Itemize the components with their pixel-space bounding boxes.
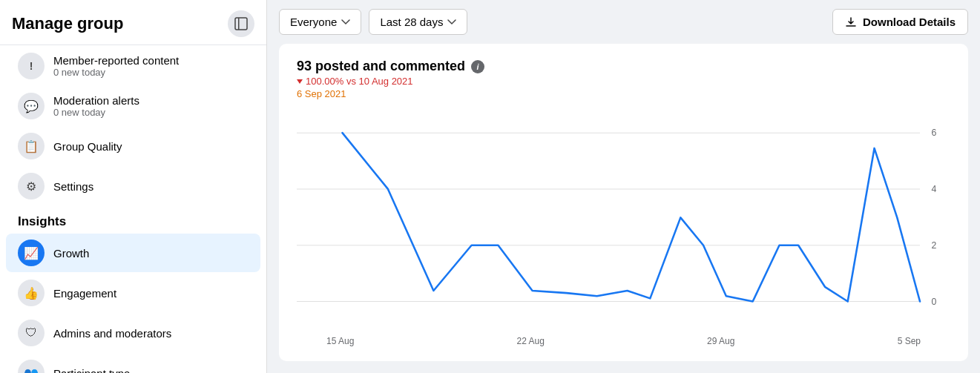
sidebar-item-growth[interactable]: 📈 Growth [6,234,260,272]
sidebar-label-engagement: Engagement [53,287,116,300]
admins-moderators-icon: 🛡 [18,320,45,346]
participant-type-icon: 👥 [18,360,45,373]
sidebar-item-engagement[interactable]: 👍 Engagement [6,274,260,312]
svg-rect-0 [235,18,247,30]
group-quality-icon: 📋 [18,133,45,159]
chart-area: 6 4 2 0 [297,110,950,333]
sidebar-item-admins-moderators[interactable]: 🛡 Admins and moderators [6,314,260,352]
sidebar-toggle-button[interactable] [228,10,254,37]
sidebar-label-settings: Settings [53,180,93,193]
main-content: Everyone Last 28 days Download Details 9… [267,0,980,373]
member-reported-icon: ! [18,53,45,79]
sidebar-label-moderation-alerts: Moderation alerts [53,94,139,107]
engagement-icon: 👍 [18,280,45,306]
sidebar-sublabel-moderation-alerts: 0 new today [53,107,139,118]
chart-date: 6 Sep 2021 [297,88,950,99]
chart-comparison: 100.00% vs 10 Aug 2021 [297,76,950,87]
sidebar-title: Manage group [12,14,123,33]
chevron-down-icon [341,19,350,25]
sidebar-sublabel-member-reported: 0 new today [53,67,179,78]
x-label-0: 15 Aug [326,336,354,346]
sidebar-label-admins-moderators: Admins and moderators [53,327,171,340]
sidebar: Manage group ! Member-reported content 0… [0,0,267,373]
svg-text:4: 4 [931,184,936,194]
chevron-down-icon-2 [447,19,456,25]
info-icon[interactable]: i [471,60,484,73]
moderation-alerts-icon: 💬 [18,93,45,119]
x-axis-labels: 15 Aug 22 Aug 29 Aug 5 Sep [297,333,950,346]
svg-text:0: 0 [931,297,936,307]
svg-rect-1 [238,18,240,30]
download-label: Download Details [863,16,956,28]
sidebar-label-group-quality: Group Quality [53,140,122,153]
period-dropdown[interactable]: Last 28 days [369,9,467,35]
line-chart-svg: 6 4 2 0 [297,110,950,333]
insights-section-label: Insights [0,207,266,232]
sidebar-item-moderation-alerts[interactable]: 💬 Moderation alerts 0 new today [6,87,260,125]
sidebar-label-member-reported: Member-reported content [53,54,179,67]
sidebar-item-member-reported[interactable]: ! Member-reported content 0 new today [6,47,260,85]
sidebar-item-settings[interactable]: ⚙ Settings [6,167,260,205]
sidebar-nav: ! Member-reported content 0 new today 💬 … [0,45,266,373]
sidebar-item-participant-type[interactable]: 👥 Participant type [6,354,260,373]
sidebar-header: Manage group [0,0,266,45]
sidebar-label-participant-type: Participant type [53,367,130,374]
period-label: Last 28 days [380,16,443,28]
settings-icon: ⚙ [18,173,45,199]
svg-text:6: 6 [931,128,936,138]
chart-header: 93 posted and commented i 100.00% vs 10 … [297,59,950,99]
download-icon [845,16,857,28]
chart-card: 93 posted and commented i 100.00% vs 10 … [279,44,968,361]
chart-title: 93 posted and commented i [297,59,950,74]
sidebar-item-group-quality[interactable]: 📋 Group Quality [6,127,260,165]
audience-dropdown[interactable]: Everyone [279,9,361,35]
download-details-button[interactable]: Download Details [832,9,968,35]
x-label-2: 29 Aug [707,336,734,346]
audience-label: Everyone [290,16,337,28]
growth-icon: 📈 [18,240,45,266]
trend-down-icon [297,79,303,84]
sidebar-label-growth: Growth [53,247,89,260]
svg-text:2: 2 [931,240,936,251]
x-label-3: 5 Sep [898,336,921,346]
toolbar: Everyone Last 28 days Download Details [267,0,980,44]
x-label-1: 22 Aug [517,336,545,346]
